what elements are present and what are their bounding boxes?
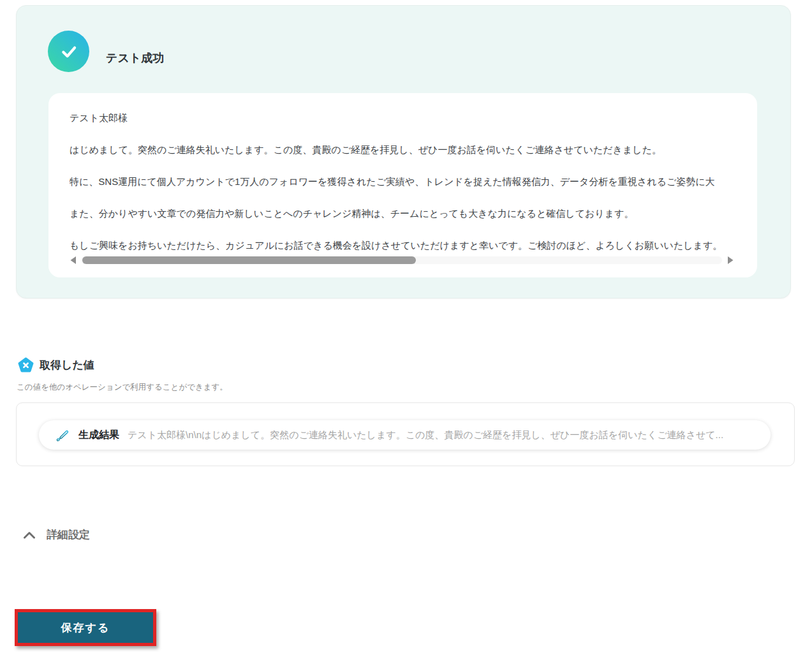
result-label: 生成結果 xyxy=(78,429,119,442)
check-icon xyxy=(48,31,89,72)
generated-message-text: テスト太郎様 はじめまして。突然のご連絡失礼いたします。この度、貴殿のご経歴を拝… xyxy=(70,112,757,271)
triangle-right-icon[interactable] xyxy=(725,256,735,265)
triangle-left-icon[interactable] xyxy=(68,256,78,265)
test-success-panel: テスト成功 テスト太郎様 はじめまして。突然のご連絡失礼いたします。この度、貴殿… xyxy=(16,5,791,298)
result-preview-text: テスト太郎様\n\nはじめまして。突然のご連絡失礼いたします。この度、貴殿のご経… xyxy=(128,429,754,441)
message-paragraph: テスト太郎様 xyxy=(70,112,757,124)
save-button[interactable]: 保存する xyxy=(18,612,153,643)
scrollbar-track[interactable] xyxy=(81,256,722,264)
annotation-highlight-box: 保存する xyxy=(15,609,156,646)
generated-result-pill[interactable]: 生成結果 テスト太郎様\n\nはじめまして。突然のご連絡失礼いたします。この度、… xyxy=(39,420,771,450)
retrieved-values-title: 取得した値 xyxy=(40,358,94,372)
chevron-up-icon xyxy=(23,531,36,539)
advanced-settings-label: 詳細設定 xyxy=(47,527,90,542)
horizontal-scrollbar[interactable] xyxy=(68,255,735,265)
retrieved-values-box: 生成結果 テスト太郎様\n\nはじめまして。突然のご連絡失礼いたします。この度、… xyxy=(16,402,795,466)
message-paragraph: また、分かりやすい文章での発信力や新しいことへのチャレンジ精神は、チームにとって… xyxy=(70,207,757,219)
test-success-title: テスト成功 xyxy=(106,50,164,66)
scrollbar-thumb[interactable] xyxy=(82,256,416,264)
advanced-settings-toggle[interactable]: 詳細設定 xyxy=(23,527,90,542)
generated-message-card: テスト太郎様 はじめまして。突然のご連絡失礼いたします。この度、貴殿のご経歴を拝… xyxy=(48,93,757,277)
message-paragraph: はじめまして。突然のご連絡失礼いたします。この度、貴殿のご経歴を拝見し、ぜひ一度… xyxy=(70,143,757,156)
retrieved-values-header: 取得した値 xyxy=(18,357,94,373)
message-paragraph: 特に、SNS運用にて個人アカウントで1万人のフォロワーを獲得されたご実績や、トレ… xyxy=(70,175,757,188)
edit-pencil-icon xyxy=(55,428,70,443)
operation-test-page: テスト成功 テスト太郎様 はじめまして。突然のご連絡失礼いたします。この度、貴殿… xyxy=(0,0,812,662)
pentagon-x-icon xyxy=(18,357,34,373)
retrieved-values-description: この値を他のオペレーションで利用することができます。 xyxy=(17,382,228,393)
message-paragraph: もしご興味をお持ちいただけたら、カジュアルにお話できる機会を設けさせていただけま… xyxy=(70,239,757,251)
